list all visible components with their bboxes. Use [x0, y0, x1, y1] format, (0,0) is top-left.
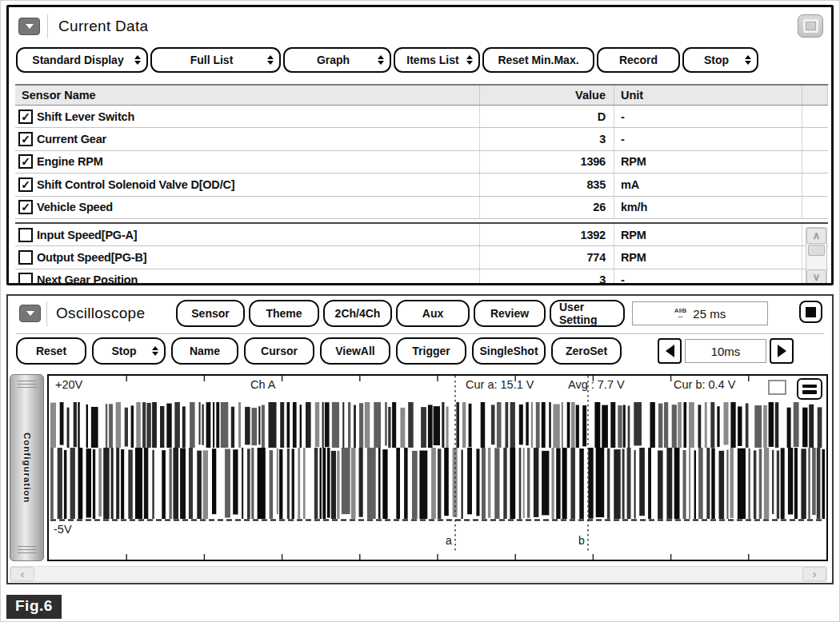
collapse-icon[interactable]: [19, 305, 41, 322]
full-list-button[interactable]: Full List: [150, 47, 281, 73]
timebase-increase-icon[interactable]: [770, 338, 794, 364]
cursor-b-label: b: [578, 534, 585, 547]
sensor-unit: -: [614, 106, 802, 127]
scroll-down-icon[interactable]: ∨: [806, 269, 826, 285]
reset-button[interactable]: Reset: [16, 337, 86, 365]
timebase-value: 10ms: [685, 339, 766, 363]
sample-time-value: 25 ms: [693, 307, 726, 321]
row-checkbox[interactable]: [18, 228, 33, 242]
oscilloscope-title: Oscilloscope: [56, 305, 145, 322]
sensor-button[interactable]: Sensor: [176, 300, 245, 327]
row-checkbox[interactable]: ✓: [18, 177, 33, 192]
channel-label: Ch A: [250, 378, 275, 391]
table-header: Sensor Name Value Unit: [15, 84, 828, 106]
sensor-unit: RPM: [614, 151, 802, 173]
sample-time-readout: A‖B↔ 25 ms: [632, 301, 768, 325]
spinner-icon: [466, 52, 473, 68]
current-data-toolbar: Standard Display Full List Graph Items L…: [16, 47, 758, 73]
sensor-value: 1396: [480, 151, 614, 173]
sensor-name: Output Speed[PG-B]: [37, 251, 146, 264]
single-shot-button[interactable]: SingleShot: [472, 337, 546, 365]
sensor-unit: mA: [614, 173, 802, 195]
spinner-icon: [267, 52, 274, 68]
spinner-icon: [152, 343, 158, 359]
column-header-spare: [802, 86, 828, 105]
maximize-icon[interactable]: [798, 14, 823, 38]
spinner-icon: [134, 52, 141, 68]
table-row[interactable]: ✓ Shift Control Solenoid Valve D[OD/C] 8…: [15, 173, 828, 196]
table-row[interactable]: Output Speed[PG-B] 774 RPM: [15, 246, 828, 269]
spinner-icon: [745, 52, 751, 68]
voltage-min-label: -5V: [54, 523, 72, 536]
sensor-name: Vehicle Speed: [37, 201, 113, 213]
sensor-name: Shift Control Solenoid Valve D[OD/C]: [37, 178, 234, 191]
user-setting-button[interactable]: User Setting: [550, 300, 625, 327]
record-button[interactable]: Record: [597, 47, 680, 73]
timebase-control: 10ms: [658, 338, 794, 364]
selected-sensors-section: ✓ Shift Lever Switch D - ✓ Current Gear …: [15, 106, 828, 219]
reset-min-max-button[interactable]: Reset Min.Max.: [482, 47, 594, 73]
view-all-button[interactable]: ViewAll: [320, 337, 390, 365]
configuration-tab[interactable]: Configuration: [10, 374, 44, 561]
table-row[interactable]: ✓ Engine RPM 1396 RPM: [15, 151, 828, 173]
figure-label: Fig.6: [6, 595, 62, 619]
table-row[interactable]: ✓ Current Gear 3 -: [15, 128, 828, 150]
theme-button[interactable]: Theme: [249, 300, 319, 327]
oscilloscope-panel: Oscilloscope Sensor Theme 2Ch/4Ch Aux Re…: [6, 294, 834, 584]
average-readout: Avg : 7.7 V: [568, 378, 625, 391]
sensor-name: Next Gear Position: [37, 273, 138, 285]
scrollbar-thumb[interactable]: [808, 245, 825, 256]
column-header-unit[interactable]: Unit: [614, 86, 802, 105]
review-button[interactable]: Review: [474, 300, 546, 327]
row-checkbox[interactable]: ✓: [18, 110, 33, 124]
scroll-left-icon[interactable]: ‹: [10, 567, 34, 581]
collapse-icon[interactable]: [18, 18, 40, 35]
horizontal-scrollbar[interactable]: ‹ ›: [10, 566, 827, 582]
waveform: [49, 376, 826, 560]
row-checkbox[interactable]: ✓: [18, 132, 33, 146]
row-checkbox[interactable]: ✓: [18, 200, 33, 214]
ab-interval-icon: A‖B↔: [674, 308, 687, 319]
titlebar-divider: [46, 301, 47, 326]
row-checkbox[interactable]: [18, 273, 33, 285]
column-header-sensor-name[interactable]: Sensor Name: [15, 86, 480, 105]
graph-button[interactable]: Graph: [283, 47, 391, 73]
vertical-scrollbar[interactable]: ∧ ∨: [806, 227, 827, 285]
standard-display-button[interactable]: Standard Display: [16, 47, 148, 73]
name-button[interactable]: Name: [171, 337, 238, 365]
sensor-value: D: [480, 106, 614, 127]
scroll-right-icon[interactable]: ›: [802, 567, 826, 581]
scope-display: +20V Ch A Cur a: 15.1 V Avg : 7.7 V Cur …: [47, 374, 828, 561]
sensor-value: 26: [480, 197, 614, 218]
unselected-sensors-section: Input Speed[PG-A] 1392 RPM Output Speed[…: [15, 224, 828, 285]
table-row[interactable]: ✓ Vehicle Speed 26 km/h: [15, 197, 828, 219]
zero-set-button[interactable]: ZeroSet: [551, 337, 622, 365]
sensor-unit: -: [614, 128, 802, 150]
stop-button[interactable]: Stop: [682, 47, 758, 73]
oscilloscope-toolbar-top: Sensor Theme 2Ch/4Ch Aux Review User Set…: [176, 300, 625, 327]
column-header-value[interactable]: Value: [480, 86, 614, 105]
sensor-value: 835: [480, 173, 614, 195]
trigger-button[interactable]: Trigger: [396, 337, 466, 365]
display-mode-icon[interactable]: [797, 378, 822, 400]
table-row[interactable]: Input Speed[PG-A] 1392 RPM: [15, 224, 828, 246]
voltage-max-label: +20V: [55, 378, 82, 391]
table-row[interactable]: ✓ Shift Lever Switch D -: [15, 106, 828, 128]
sensor-name: Engine RPM: [37, 155, 103, 168]
cursor-a-readout: Cur a: 15.1 V: [466, 378, 534, 391]
timebase-decrease-icon[interactable]: [658, 338, 682, 364]
scope-stop-button[interactable]: Stop: [92, 337, 166, 365]
row-checkbox[interactable]: ✓: [18, 154, 33, 169]
table-row[interactable]: Next Gear Position 3 -: [15, 269, 828, 285]
aux-button[interactable]: Aux: [396, 300, 470, 327]
grip-icon: [18, 546, 37, 555]
row-checkbox[interactable]: [18, 250, 33, 265]
cursor-a-label: a: [446, 534, 452, 547]
cursor-button[interactable]: Cursor: [244, 337, 314, 365]
sensor-name: Input Speed[PG-A]: [37, 229, 137, 241]
items-list-button[interactable]: Items List: [394, 47, 480, 73]
record-stop-icon[interactable]: [799, 301, 822, 323]
channel-checkbox[interactable]: [768, 380, 786, 395]
scroll-up-icon[interactable]: ∧: [806, 228, 826, 244]
channel-mode-button[interactable]: 2Ch/4Ch: [323, 300, 392, 327]
